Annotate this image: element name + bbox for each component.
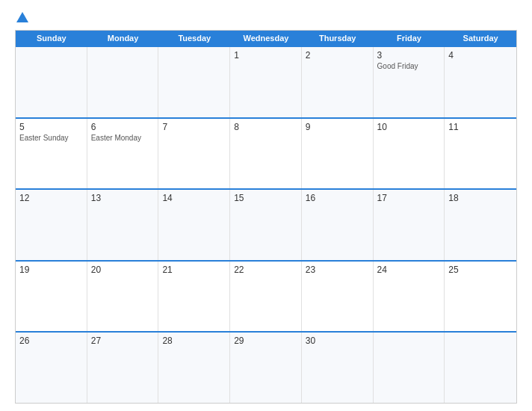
day-cell: 27 (87, 333, 159, 403)
day-number: 8 (234, 122, 297, 132)
day-number: 1 (234, 50, 297, 61)
days-of-week-header: SundayMondayTuesdayWednesdayThursdayFrid… (16, 31, 516, 46)
day-number: 18 (448, 193, 513, 203)
day-cell: 4 (445, 47, 516, 117)
day-number: 24 (377, 265, 441, 275)
day-cell: 2 (302, 47, 374, 117)
day-cell: 16 (302, 190, 374, 260)
day-number: 5 (19, 122, 83, 132)
day-number: 17 (377, 193, 441, 203)
day-cell: 21 (158, 262, 230, 332)
day-number: 22 (234, 265, 297, 275)
day-number: 12 (19, 193, 83, 203)
day-cell: 11 (445, 119, 516, 189)
week-row-2: 5Easter Sunday6Easter Monday7891011 (16, 117, 516, 189)
day-cell: 24 (374, 262, 445, 332)
day-cell: 13 (87, 190, 159, 260)
day-event: Easter Monday (91, 134, 155, 142)
day-number: 21 (162, 265, 226, 275)
day-number: 7 (162, 122, 226, 132)
day-number: 26 (19, 336, 83, 346)
calendar-grid: SundayMondayTuesdayWednesdayThursdayFrid… (15, 30, 517, 404)
day-cell: 1 (230, 47, 302, 117)
day-number: 29 (234, 336, 297, 346)
day-number: 27 (91, 336, 155, 346)
day-cell: 23 (302, 262, 374, 332)
day-cell: 26 (16, 333, 87, 403)
day-number: 13 (91, 193, 155, 203)
day-cell: 7 (158, 119, 230, 189)
day-cell: 22 (230, 262, 302, 332)
day-number: 20 (91, 265, 155, 275)
calendar-weeks: 123Good Friday45Easter Sunday6Easter Mon… (16, 46, 516, 403)
day-cell: 10 (374, 119, 445, 189)
day-cell (87, 47, 159, 117)
day-cell (374, 333, 445, 403)
calendar-header (15, 13, 517, 22)
day-number: 25 (448, 265, 513, 275)
week-row-4: 19202122232425 (16, 260, 516, 332)
day-cell: 30 (302, 333, 374, 403)
day-cell: 9 (302, 119, 374, 189)
logo (15, 13, 28, 22)
day-header-monday: Monday (87, 31, 159, 46)
day-event: Good Friday (377, 62, 441, 70)
day-cell: 19 (16, 262, 87, 332)
day-cell: 28 (158, 333, 230, 403)
day-header-tuesday: Tuesday (158, 31, 230, 46)
day-number: 15 (234, 193, 297, 203)
day-cell: 6Easter Monday (87, 119, 159, 189)
day-cell: 20 (87, 262, 159, 332)
day-number: 6 (91, 122, 155, 132)
day-header-saturday: Saturday (445, 31, 516, 46)
logo-triangle-icon (16, 12, 28, 22)
day-cell: 8 (230, 119, 302, 189)
day-event: Easter Sunday (19, 134, 83, 142)
day-number: 3 (377, 50, 441, 61)
day-header-wednesday: Wednesday (230, 31, 302, 46)
day-cell: 15 (230, 190, 302, 260)
day-cell (158, 47, 230, 117)
day-cell (16, 47, 87, 117)
day-number: 11 (448, 122, 513, 132)
day-number: 28 (162, 336, 226, 346)
day-header-friday: Friday (374, 31, 445, 46)
day-cell: 12 (16, 190, 87, 260)
day-cell (445, 333, 516, 403)
week-row-3: 12131415161718 (16, 188, 516, 260)
day-number: 2 (306, 50, 369, 61)
day-cell: 3Good Friday (374, 47, 445, 117)
day-number: 30 (306, 336, 369, 346)
week-row-5: 2627282930 (16, 331, 516, 403)
day-cell: 25 (445, 262, 516, 332)
day-number: 10 (377, 122, 441, 132)
day-cell: 14 (158, 190, 230, 260)
week-row-1: 123Good Friday4 (16, 46, 516, 117)
day-number: 19 (19, 265, 83, 275)
day-number: 16 (306, 193, 369, 203)
day-number: 14 (162, 193, 226, 203)
day-number: 4 (448, 50, 513, 61)
day-cell: 17 (374, 190, 445, 260)
day-number: 9 (306, 122, 369, 132)
calendar-page: SundayMondayTuesdayWednesdayThursdayFrid… (0, 0, 532, 411)
day-cell: 18 (445, 190, 516, 260)
day-cell: 5Easter Sunday (16, 119, 87, 189)
day-cell: 29 (230, 333, 302, 403)
day-header-thursday: Thursday (302, 31, 374, 46)
day-header-sunday: Sunday (16, 31, 87, 46)
day-number: 23 (306, 265, 369, 275)
